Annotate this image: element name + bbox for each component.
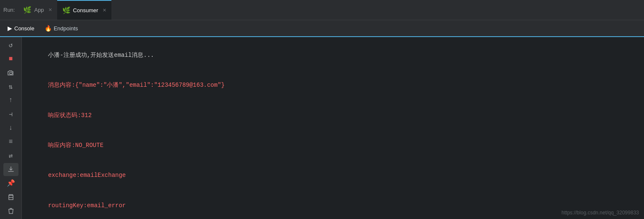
consumer-icon: 🌿 xyxy=(62,6,71,14)
sidebar-trash-btn[interactable] xyxy=(3,204,18,217)
sidebar-login-btn[interactable]: ⊣ xyxy=(3,108,18,121)
main-area: ↺ ■ ⇅ ↑ ⊣ ↓ ≡ ⇄ 📌 小潘-注册成功,开始发送email消息...… xyxy=(0,37,644,219)
sidebar-print-btn[interactable] xyxy=(3,190,18,203)
console-tab-label: Console xyxy=(14,25,34,32)
console-line-4: 响应内容:NO_ROUTE xyxy=(27,131,639,160)
sidebar-refresh-btn[interactable]: ↺ xyxy=(3,39,18,52)
sidebar-stop-btn[interactable]: ■ xyxy=(3,53,18,66)
tool-tab-endpoints[interactable]: 🔥 Endpoints xyxy=(40,23,82,33)
app-icon: 🌿 xyxy=(23,6,32,14)
sidebar-down-btn[interactable]: ↓ xyxy=(3,122,18,135)
sidebar-sort-btn[interactable]: ⇅ xyxy=(3,80,18,93)
tab-consumer[interactable]: 🌿 Consumer ✕ xyxy=(57,0,111,20)
console-line-2: 消息内容:{"name":"小潘","email":"123456789@163… xyxy=(27,70,639,100)
console-icon: ▶ xyxy=(8,25,12,32)
tab-consumer-label: Consumer xyxy=(73,7,98,13)
toolbar-row: ▶ Console 🔥 Endpoints xyxy=(0,20,644,37)
console-line-3: 响应状态码:312 xyxy=(27,101,639,131)
sidebar-up-btn[interactable]: ↑ xyxy=(3,94,18,107)
sidebar-pin-btn[interactable]: 📌 xyxy=(3,177,18,190)
console-content: 小潘-注册成功,开始发送email消息... 消息内容:{"name":"小潘"… xyxy=(22,37,644,219)
console-line-1: 小潘-注册成功,开始发送email消息... xyxy=(27,40,639,70)
sidebar-wrap-btn[interactable]: ⇄ xyxy=(3,149,18,162)
sidebar-list-btn[interactable]: ≡ xyxy=(3,135,18,148)
endpoints-tab-label: Endpoints xyxy=(54,25,78,32)
tab-app[interactable]: 🌿 App ✕ xyxy=(18,0,57,20)
tool-tab-console[interactable]: ▶ Console xyxy=(3,23,39,33)
endpoints-icon: 🔥 xyxy=(45,25,52,32)
watermark: https://blog.csdn.net/qq_32099833 xyxy=(562,210,639,216)
console-line-6: routingKey:email_error xyxy=(27,191,639,219)
tab-consumer-close[interactable]: ✕ xyxy=(103,8,106,13)
svg-rect-1 xyxy=(9,198,13,200)
console-line-5: exchange:emailExchange xyxy=(27,161,639,191)
sidebar-download-btn[interactable] xyxy=(3,163,18,176)
tab-app-label: App xyxy=(34,7,44,13)
tab-app-close[interactable]: ✕ xyxy=(48,7,52,13)
sidebar: ↺ ■ ⇅ ↑ ⊣ ↓ ≡ ⇄ 📌 xyxy=(0,37,22,219)
sidebar-camera-btn[interactable] xyxy=(3,67,18,80)
run-label: Run: xyxy=(3,7,15,13)
svg-point-0 xyxy=(10,72,12,75)
tab-bar: Run: 🌿 App ✕ 🌿 Consumer ✕ xyxy=(0,0,644,20)
